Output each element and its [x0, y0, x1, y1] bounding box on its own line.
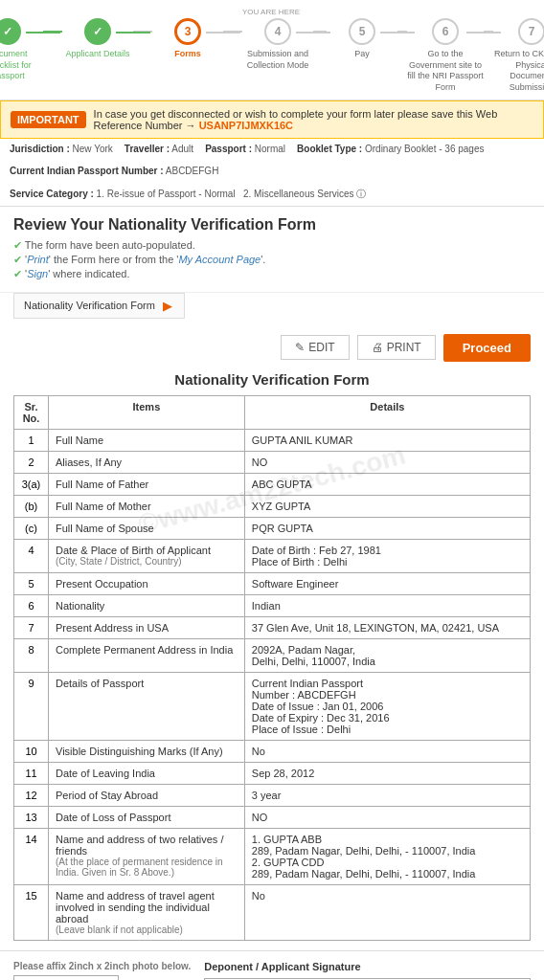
- my-account-link[interactable]: My Account Page: [178, 254, 261, 265]
- step-6-label: Go to the Government site to fill the NR…: [407, 49, 484, 94]
- step-3-label: Forms: [174, 49, 201, 60]
- checklist-item-3: 'Sign' where indicated.: [13, 268, 531, 280]
- photo-box: Paste aPHOTO here2" X 2" Size: [13, 975, 119, 980]
- print-link[interactable]: Print: [27, 254, 49, 265]
- cell-detail: 2092A, Padam Nagar, Delhi, Delhi, 110007…: [244, 638, 530, 672]
- cell-item: Full Name of Mother: [49, 495, 245, 517]
- step-2-label: Applicant Details: [65, 49, 129, 60]
- cell-detail: PQR GUPTA: [244, 517, 530, 539]
- step-1[interactable]: ✓ Document Checklist for Passport: [0, 18, 43, 82]
- review-section: Review Your Nationality Verification For…: [0, 207, 544, 293]
- form-tab-area: Nationality Verification Form ▶: [0, 293, 544, 328]
- cell-item: Aliases, If Any: [49, 451, 245, 473]
- step-6-circle: 6: [432, 18, 459, 45]
- cell-item: Date of Leaving India: [49, 762, 245, 784]
- cell-item: Date of Loss of Passport: [49, 806, 245, 828]
- cell-sr: (b): [14, 495, 49, 517]
- signature-box: Deponent / Applicant Signature Deponent …: [204, 961, 531, 980]
- traveller-field: Traveller : Adult: [125, 144, 193, 154]
- print-button-top[interactable]: 🖨 PRINT: [357, 335, 436, 360]
- cell-detail: NO: [244, 451, 530, 473]
- cell-detail: No: [244, 740, 530, 762]
- table-row: 1Full NameGUPTA ANIL KUMAR: [14, 429, 531, 451]
- edit-button-top[interactable]: ✎ EDIT: [281, 335, 349, 360]
- cell-detail: Current Indian Passport Number : ABCDEFG…: [244, 672, 530, 740]
- cell-item: Date & Place of Birth of Applicant(City,…: [49, 539, 245, 572]
- cell-item: Full Name of Spouse: [49, 517, 245, 539]
- progress-bar: YOU ARE HERE ✓ Document Checklist for Pa…: [0, 0, 544, 100]
- step-4-label: Submission and Collection Mode: [242, 49, 313, 71]
- form-title: Nationality Verification Form: [13, 368, 531, 388]
- table-row: 3(a)Full Name of FatherABC GUPTA: [14, 473, 531, 495]
- important-label: IMPORTANT: [11, 111, 86, 128]
- cell-sr: (c): [14, 517, 49, 539]
- cell-sr: 4: [14, 539, 49, 572]
- step-4[interactable]: 4 Submission and Collection Mode: [242, 18, 313, 71]
- step-5-circle: 5: [349, 18, 375, 45]
- cell-sr: 5: [14, 572, 49, 594]
- cell-detail: 3 year: [244, 784, 530, 806]
- photo-section: Please affix 2inch x 2inch photo below. …: [0, 950, 544, 980]
- checklist-item-2: 'Print' the Form here or from the 'My Ac…: [13, 254, 531, 266]
- table-row: 12Period of Stay Abroad3 year: [14, 784, 531, 806]
- cell-detail: NO: [244, 806, 530, 828]
- cell-detail: Software Engineer: [244, 572, 530, 594]
- step-2[interactable]: ✓ Applicant Details: [62, 18, 133, 60]
- table-row: 11Date of Leaving IndiaSep 28, 2012: [14, 762, 531, 784]
- nationality-form-tab[interactable]: Nationality Verification Form ▶: [13, 293, 185, 319]
- step-7-circle: 7: [518, 18, 544, 45]
- signature-title: Deponent / Applicant Signature: [204, 961, 531, 972]
- form-table: Sr. No. Items Details 1Full NameGUPTA AN…: [13, 395, 531, 941]
- step-2-circle: ✓: [84, 18, 111, 45]
- cell-sr: 14: [14, 828, 49, 884]
- step-1-label: Document Checklist for Passport: [0, 49, 43, 82]
- step-6[interactable]: 6 Go to the Government site to fill the …: [407, 18, 484, 94]
- cell-item: Present Address in USA: [49, 616, 245, 638]
- booklet-field: Booklet Type : Ordinary Booklet - 36 pag…: [297, 144, 484, 154]
- cell-sr: 13: [14, 806, 49, 828]
- step-7-label: Return to CKGS for Physical Documents Su…: [493, 49, 544, 94]
- step-3[interactable]: 3 Forms: [152, 18, 223, 60]
- cell-item: Nationality: [49, 594, 245, 616]
- table-row: 8Complete Permanent Address in India2092…: [14, 638, 531, 672]
- cell-sr: 15: [14, 884, 49, 940]
- table-row: 14Name and address of two relatives / fr…: [14, 828, 531, 884]
- cell-item: Full Name of Father: [49, 473, 245, 495]
- cell-item: Period of Stay Abroad: [49, 784, 245, 806]
- step-5[interactable]: 5 Pay: [327, 18, 397, 60]
- form-tab-arrow: ▶: [163, 299, 172, 313]
- cell-sr: 10: [14, 740, 49, 762]
- ref-number: USANP7IJMXK16C: [199, 120, 293, 131]
- cell-sr: 12: [14, 784, 49, 806]
- sign-link[interactable]: Sign: [27, 268, 48, 279]
- you-are-here-label: YOU ARE HERE: [242, 8, 300, 16]
- table-row: (c)Full Name of SpousePQR GUPTA: [14, 517, 531, 539]
- cell-detail: Indian: [244, 594, 530, 616]
- col-details: Details: [244, 395, 530, 429]
- passport-number-field: Current Indian Passport Number : ABCDEFG…: [10, 166, 218, 176]
- cell-item: Complete Permanent Address in India: [49, 638, 245, 672]
- cell-sr: 6: [14, 594, 49, 616]
- cell-sr: 8: [14, 638, 49, 672]
- step-7[interactable]: 7 Return to CKGS for Physical Documents …: [493, 18, 544, 94]
- table-row: 7Present Address in USA37 Glen Ave, Unit…: [14, 616, 531, 638]
- table-row: 6NationalityIndian: [14, 594, 531, 616]
- jurisdiction-field: Jurisdiction : New York: [10, 144, 113, 154]
- cell-sr: 9: [14, 672, 49, 740]
- cell-detail: Date of Birth : Feb 27, 1981 Place of Bi…: [244, 539, 530, 572]
- table-row: 13Date of Loss of PassportNO: [14, 806, 531, 828]
- cell-sr: 11: [14, 762, 49, 784]
- cell-item: Name and address of travel agent involve…: [49, 884, 245, 940]
- cell-detail: ABC GUPTA: [244, 473, 530, 495]
- cell-detail: 37 Glen Ave, Unit 18, LEXINGTON, MA, 024…: [244, 616, 530, 638]
- photo-label: Please affix 2inch x 2inch photo below.: [13, 961, 191, 971]
- step-1-circle: ✓: [0, 18, 21, 45]
- important-banner: IMPORTANT In case you get disconnected o…: [0, 100, 544, 139]
- cell-item: Visible Distinguishing Marks (If Any): [49, 740, 245, 762]
- proceed-button-top[interactable]: Proceed: [443, 334, 531, 362]
- cell-item: Name and address of two relatives / frie…: [49, 828, 245, 884]
- cell-item: Full Name: [49, 429, 245, 451]
- cell-detail: No: [244, 884, 530, 940]
- cell-detail: 1. GUPTA ABB 289, Padam Nagar, Delhi, De…: [244, 828, 530, 884]
- table-row: 5Present OccupationSoftware Engineer: [14, 572, 531, 594]
